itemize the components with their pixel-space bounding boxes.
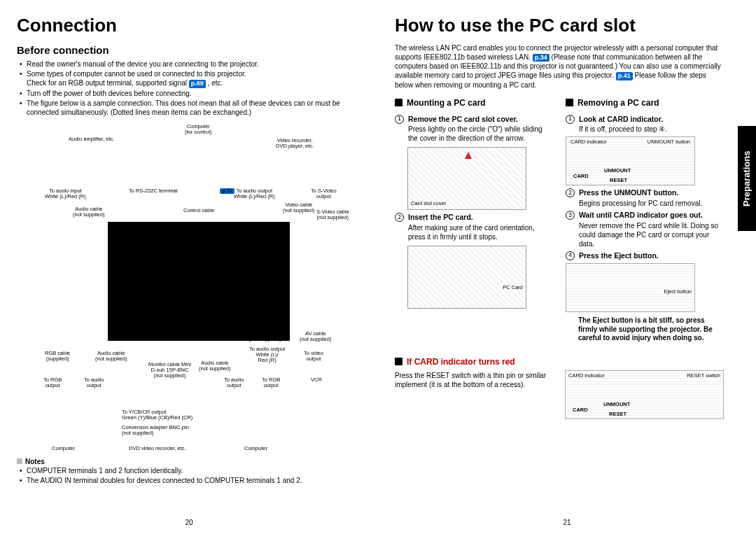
- diag-label: To Y/CB/CR outputGreen (Y)/Blue (CB)/Red…: [122, 409, 192, 421]
- diag-label: Computer: [52, 446, 75, 451]
- mounting-column: Mounting a PC card 1 Remove the PC card …: [395, 94, 553, 343]
- notes-list: COMPUTER terminals 1 and 2 function iden…: [17, 466, 361, 485]
- diag-label: To RS-232C terminal: [129, 188, 178, 194]
- arrow-up-icon: [465, 152, 472, 159]
- step-number-icon: 2: [566, 188, 575, 197]
- illustration-card-indicator: CARD indicator UNMOUNT button CARD UNMOU…: [566, 136, 695, 185]
- red-indicator-heading: If CARD indicator turns red: [407, 357, 515, 368]
- illustration-reset: CARD indicator RESET switch CARD UNMOUNT…: [565, 370, 724, 419]
- diag-label: RGB cable(not supplied): [249, 331, 281, 342]
- diag-label: RGB cable(supplied): [45, 351, 70, 362]
- page-number-right: 21: [563, 518, 570, 527]
- left-page: Connection Before connection Read the ow…: [0, 0, 378, 534]
- page-number-left: 20: [185, 518, 192, 527]
- remove-step-4: 4 Press the Eject button.: [566, 251, 724, 261]
- remove-step-2: 2 Press the UNMOUNT button. Begins proce…: [566, 188, 724, 208]
- page-ref-69: p.69: [189, 80, 206, 88]
- remove-step-1: 1 Look at CARD indicator. If it is off, …: [566, 115, 724, 134]
- diag-label: To audio inputWhite (L)/Red (R): [45, 188, 86, 199]
- note-item: COMPUTER terminals 1 and 2 function iden…: [20, 466, 361, 475]
- diag-label: To audiooutput: [84, 377, 104, 388]
- diag-label: Monitor cable MiniD-sub 15P-BNC(not supp…: [148, 362, 191, 379]
- before-connection-list: Read the owner's manual of the device yo…: [17, 59, 361, 117]
- square-icon: [395, 99, 402, 106]
- removing-column: Removing a PC card 1 Look at CARD indica…: [566, 94, 724, 343]
- illustration-slot-cover: Card slot cover: [407, 147, 526, 210]
- page-ref-34: p.34: [533, 54, 550, 62]
- diag-label: Conversion adapter BNC-pin(not supplied): [122, 425, 189, 436]
- bullet: The figure below is a sample connection.…: [20, 99, 361, 117]
- diag-label: S-Video cable(not supplied): [316, 209, 349, 220]
- diag-label: Video cable(not supplied): [283, 202, 314, 213]
- page-ref-41: p.41: [616, 72, 633, 80]
- bullet: Turn off the power of both devices befor…: [20, 89, 361, 98]
- step-number-icon: 1: [395, 115, 404, 124]
- bullet: Read the owner's manual of the device yo…: [20, 59, 361, 69]
- square-icon: [566, 99, 573, 106]
- diag-label: To RGBoutput: [43, 377, 62, 388]
- square-bullet-icon: [17, 458, 22, 464]
- subtitle-before-connection: Before connection: [17, 43, 361, 57]
- page-title-right: How to use the PC card slot: [395, 14, 724, 38]
- red-indicator-text: Press the RESET switch with a thin pin o…: [395, 371, 552, 419]
- square-icon: [395, 358, 402, 365]
- diag-label: DVD video recorder, etc.: [129, 446, 186, 451]
- illustration-insert-card: PC Card: [407, 246, 526, 309]
- diag-label: To videooutput: [304, 351, 323, 362]
- removing-heading: Removing a PC card: [578, 98, 659, 109]
- diag-label: Audio cable(not supplied): [73, 206, 104, 218]
- connection-diagram: Computer(for control) Audio amplifier, e…: [17, 124, 361, 453]
- step-number-icon: 4: [566, 251, 575, 260]
- diag-label: AV cable(not supplied): [300, 331, 331, 342]
- right-page: How to use the PC card slot The wireless…: [378, 0, 756, 534]
- diag-label: VCR: [311, 377, 322, 383]
- diag-label: To RGBoutput: [262, 377, 280, 388]
- diag-label: Control cable: [183, 208, 214, 213]
- diag-label: Audio cable(not supplied): [95, 351, 127, 362]
- mounting-heading: Mounting a PC card: [407, 98, 486, 109]
- note-item: The AUDIO IN terminal doubles for device…: [20, 476, 361, 485]
- notes-heading: Notes: [17, 457, 361, 466]
- bullet: Some types of computer cannot be used or…: [20, 69, 361, 88]
- remove-step-3: 3 Wait until CARD indicator goes out. Ne…: [566, 211, 724, 248]
- step-number-icon: 3: [566, 211, 575, 220]
- step-number-icon: 1: [566, 115, 575, 124]
- mount-step-2: 2 Insert the PC card. After making sure …: [395, 213, 553, 241]
- diag-label: To S-Videooutput: [311, 188, 337, 199]
- mount-step-1: 1 Remove the PC card slot cover. Press l…: [395, 115, 553, 143]
- intro-paragraph: The wireless LAN PC card enables you to …: [395, 43, 724, 90]
- page-ref-71: p.71: [220, 188, 234, 194]
- diag-label: Audio amplifier, etc.: [69, 136, 114, 142]
- diag-label: To audiooutput: [224, 377, 244, 388]
- step-number-icon: 2: [395, 213, 404, 222]
- side-tab-preparations: Preparations: [738, 126, 756, 231]
- diag-label: Video recorder,DVD player, etc.: [276, 138, 314, 149]
- diag-label: Audio cable(not supplied): [199, 360, 230, 372]
- eject-caution: The Eject button is a bit stiff, so pres…: [578, 316, 724, 343]
- diag-label: Computer(for control): [185, 124, 211, 135]
- diag-label: To audio outputWhite (L)/Red (R): [249, 346, 285, 363]
- page-title-left: Connection: [17, 14, 361, 38]
- illustration-eject: Eject button: [566, 263, 695, 312]
- diag-label: Computer: [244, 446, 267, 451]
- diag-label: To audio outputWhite (L)/Red (R): [234, 188, 275, 199]
